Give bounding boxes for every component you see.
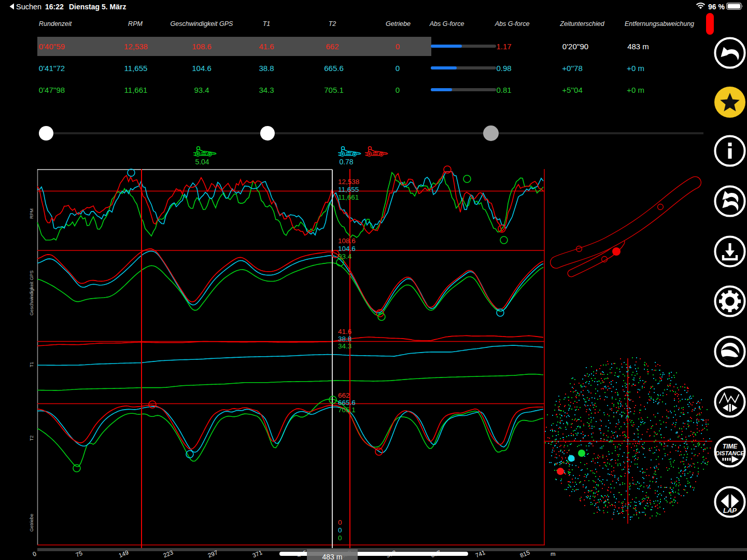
svg-text:TIME: TIME [723, 443, 738, 450]
svg-text:DISTANCE: DISTANCE [715, 450, 744, 456]
svg-text:11,661: 11,661 [338, 193, 359, 201]
svg-text:371: 371 [251, 549, 263, 558]
svg-text:0: 0 [32, 551, 37, 558]
svg-text:0: 0 [338, 526, 342, 534]
svg-text:815: 815 [519, 549, 530, 558]
svg-text:Geschwindigkeit GPS: Geschwindigkeit GPS [29, 270, 34, 315]
svg-text:149: 149 [118, 549, 129, 558]
svg-text:223: 223 [162, 549, 174, 558]
svg-text:34.3: 34.3 [338, 342, 351, 350]
svg-text:93.4: 93.4 [338, 253, 352, 260]
svg-text:741: 741 [474, 549, 486, 558]
svg-text:T1: T1 [29, 362, 34, 368]
svg-text:LAP: LAP [723, 507, 737, 514]
svg-text:297: 297 [207, 549, 218, 558]
svg-text:38.8: 38.8 [338, 335, 351, 343]
svg-text:662: 662 [338, 391, 350, 399]
svg-text:41.6: 41.6 [338, 328, 351, 335]
svg-text:11,655: 11,655 [338, 186, 359, 193]
svg-text:665.6: 665.6 [338, 399, 356, 407]
svg-text:RPM: RPM [29, 208, 34, 219]
svg-text:Getriebe: Getriebe [29, 514, 34, 532]
svg-text:0: 0 [338, 519, 342, 526]
svg-text:705.1: 705.1 [338, 406, 356, 414]
svg-text:75: 75 [75, 550, 83, 558]
svg-text:104.6: 104.6 [338, 245, 356, 253]
svg-text:108.6: 108.6 [338, 237, 356, 245]
svg-text:T2: T2 [29, 436, 34, 441]
svg-text:12,538: 12,538 [338, 178, 359, 186]
